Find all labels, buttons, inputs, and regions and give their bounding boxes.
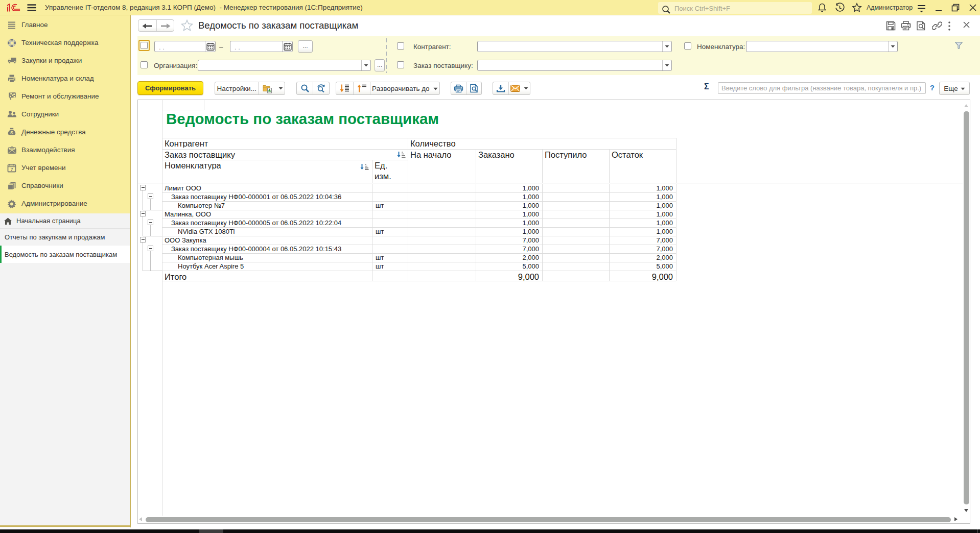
main-hamburger-icon[interactable] — [26, 0, 38, 15]
row-ordered[interactable]: 1,000 — [476, 228, 539, 235]
row-rest[interactable]: 1,000 — [609, 193, 673, 201]
more-kebab-icon[interactable] — [948, 21, 953, 30]
collapse-group-button[interactable] — [140, 185, 146, 190]
sidebar-item-11[interactable]: Администрирование — [0, 195, 130, 212]
expand-to-button[interactable]: Разворачивать до — [370, 82, 439, 94]
org-checkbox[interactable] — [141, 61, 148, 68]
row-ordered[interactable]: 5,000 — [476, 262, 539, 270]
period-more-button[interactable]: ... — [298, 40, 313, 53]
collapse-group-button[interactable] — [140, 211, 146, 216]
nomenclature-checkbox[interactable] — [684, 42, 691, 50]
row-rest[interactable]: 1,000 — [609, 228, 673, 235]
row-rest[interactable]: 1,000 — [609, 210, 673, 218]
settings-button[interactable]: Настройки... — [215, 82, 258, 94]
date-from-input[interactable]: . . — [154, 41, 216, 52]
send-mail-icon[interactable] — [508, 82, 523, 94]
row-unit[interactable]: шт — [376, 254, 396, 261]
row-rest[interactable]: 7,000 — [609, 236, 673, 244]
row-name[interactable]: NVidia GTX 1080Ti — [178, 228, 370, 235]
sidebar-bottom-item-1[interactable]: Начальная страница — [0, 213, 130, 229]
current-user[interactable]: Администратор — [868, 0, 912, 15]
print-preview-icon[interactable] — [916, 21, 925, 30]
minimize-icon[interactable] — [934, 0, 944, 15]
combo-arrow-icon[interactable] — [888, 41, 897, 52]
vscroll-up-icon[interactable] — [964, 104, 968, 107]
sidebar-item-5[interactable]: Ремонт и обслуживание — [0, 87, 130, 105]
quick-filter-input[interactable]: Введите слово для фильтра (название това… — [718, 82, 926, 94]
period-checkbox[interactable] — [141, 42, 148, 49]
filter-funnel-icon[interactable] — [955, 42, 963, 49]
collapse-group-button[interactable] — [140, 237, 146, 243]
restore-icon[interactable] — [950, 0, 961, 15]
hscroll-right-icon[interactable] — [954, 517, 958, 521]
row-name[interactable]: ООО Закупка — [165, 236, 370, 244]
row-unit[interactable]: шт — [376, 262, 396, 270]
order-checkbox[interactable] — [397, 61, 404, 68]
vscroll-thumb[interactable] — [964, 111, 969, 504]
combo-arrow-icon[interactable] — [662, 41, 671, 52]
total-rest[interactable]: 9,000 — [609, 272, 673, 281]
combo-arrow-icon[interactable] — [662, 60, 671, 70]
row-ordered[interactable]: 1,000 — [476, 219, 539, 227]
mail-caret-icon[interactable] — [522, 82, 530, 94]
row-rest[interactable]: 7,000 — [609, 245, 673, 253]
row-name[interactable]: Заказ поставщику НФ00-000001 от 06.05.20… — [171, 193, 370, 201]
sidebar-item-10[interactable]: Справочники — [0, 177, 130, 195]
row-rest[interactable]: 1,000 — [609, 184, 673, 192]
total-ordered[interactable]: 9,000 — [476, 272, 539, 281]
hscroll-left-icon[interactable] — [139, 517, 142, 521]
sidebar-item-1[interactable]: Главное — [0, 16, 130, 34]
find-next-icon[interactable] — [313, 82, 329, 94]
collapse-groups-icon[interactable] — [353, 82, 370, 94]
window-favorite-star-icon[interactable] — [180, 19, 194, 32]
generate-button[interactable]: Сформировать — [137, 81, 203, 95]
nomenclature-combo[interactable] — [746, 41, 898, 52]
global-search-input[interactable]: Поиск Ctrl+Shift+F — [658, 2, 812, 14]
print-icon[interactable] — [901, 21, 910, 30]
sidebar-item-2[interactable]: Техническая поддержка — [0, 34, 130, 52]
sidebar-item-6[interactable]: Сотрудники — [0, 105, 130, 123]
sidebar-item-8[interactable]: Взаимодействия — [0, 141, 130, 159]
date-to-input[interactable]: . . — [230, 41, 293, 52]
row-name[interactable]: Компьютерная мышь — [178, 254, 370, 261]
row-rest[interactable]: 5,000 — [609, 262, 673, 270]
hscroll-thumb[interactable] — [146, 517, 951, 522]
row-name[interactable]: Компьютер №7 — [178, 202, 370, 209]
calendar-icon[interactable] — [282, 41, 292, 52]
sidebar-bottom-item-2[interactable]: Отчеты по закупкам и продажам — [0, 229, 130, 246]
row-ordered[interactable]: 1,000 — [476, 193, 539, 201]
row-unit[interactable]: шт — [376, 228, 396, 235]
row-name[interactable]: Ноутбук Acer Aspire 5 — [178, 262, 370, 270]
org-combo[interactable] — [198, 60, 371, 71]
row-ordered[interactable]: 7,000 — [476, 236, 539, 244]
get-link-icon[interactable] — [932, 21, 941, 30]
collapse-group-button[interactable] — [148, 246, 153, 251]
forward-icon[interactable] — [160, 21, 171, 31]
help-button[interactable]: ? — [930, 84, 935, 92]
org-more-button[interactable]: ... — [375, 59, 385, 71]
sidebar-item-7[interactable]: SДенежные средства — [0, 123, 130, 141]
notifications-bell-icon[interactable] — [816, 0, 828, 15]
row-name[interactable]: Заказ поставщику НФ00-000004 от 06.05.20… — [171, 245, 370, 253]
collapse-group-button[interactable] — [148, 220, 153, 225]
row-ordered[interactable]: 2,000 — [476, 254, 539, 261]
combo-arrow-icon[interactable] — [361, 60, 370, 70]
row-ordered[interactable]: 1,000 — [476, 184, 539, 192]
sum-sigma-button[interactable]: Σ — [704, 82, 709, 91]
more-button[interactable]: Еще — [939, 82, 970, 95]
row-ordered[interactable]: 1,000 — [476, 210, 539, 218]
preview-report-icon[interactable] — [466, 82, 481, 94]
sidebar-item-4[interactable]: Номенклатура и склад — [0, 69, 130, 87]
row-unit[interactable]: шт — [376, 202, 396, 209]
save-icon[interactable] — [886, 21, 895, 30]
print-report-icon[interactable] — [451, 82, 466, 94]
row-ordered[interactable]: 7,000 — [476, 245, 539, 253]
sidebar-item-3[interactable]: Закупки и продажи — [0, 52, 130, 69]
history-icon[interactable] — [834, 0, 845, 15]
find-icon[interactable] — [297, 82, 313, 94]
kontragent-combo[interactable] — [477, 41, 672, 52]
row-rest[interactable]: 1,000 — [609, 202, 673, 209]
row-ordered[interactable]: 1,000 — [476, 202, 539, 209]
calendar-icon[interactable] — [205, 41, 215, 52]
order-combo[interactable] — [477, 60, 672, 71]
